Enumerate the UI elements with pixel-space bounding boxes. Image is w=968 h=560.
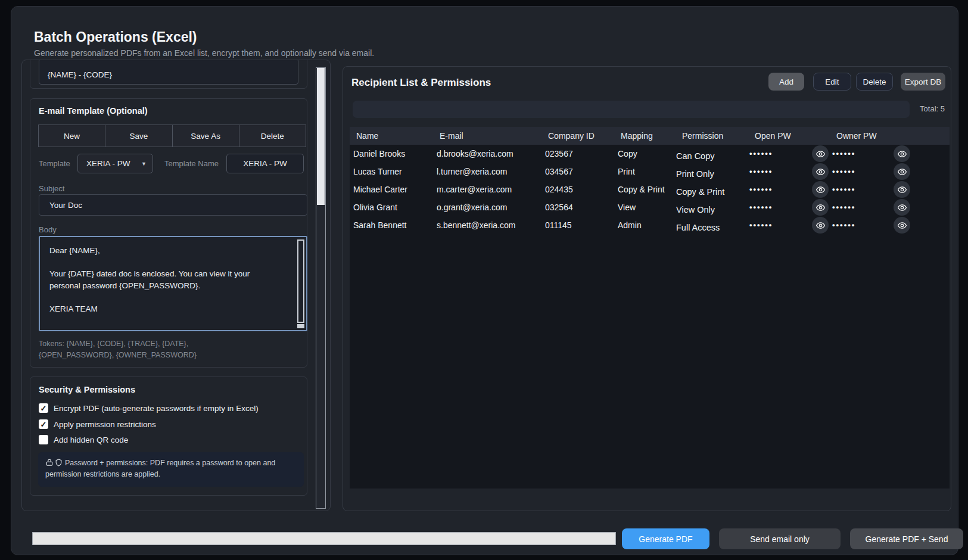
reveal-open-pw-button[interactable] <box>812 217 829 234</box>
template-save-button[interactable]: Save <box>105 125 172 147</box>
cell-name: Sarah Bennett <box>353 216 407 234</box>
table-row[interactable]: Olivia Grant o.grant@xeria.com 032564 Vi… <box>350 198 950 216</box>
filename-template-value: {NAME} - {CODE} <box>48 70 112 79</box>
cell-open-pw-mask: •••••• <box>749 145 773 163</box>
cell-email: o.grant@xeria.com <box>437 198 507 216</box>
edit-recipient-button[interactable]: Edit <box>813 73 851 91</box>
reveal-open-pw-button[interactable] <box>812 163 829 180</box>
eye-icon <box>816 203 826 213</box>
eye-icon <box>897 203 907 213</box>
eye-icon <box>897 185 907 195</box>
batch-operations-window: Batch Operations (Excel) Generate person… <box>11 6 958 555</box>
template-dropdown-value: XERIA - PW <box>86 159 130 168</box>
encrypt-pdf-checkbox-row[interactable]: ✓ Encrypt PDF (auto-generate passwords i… <box>39 402 259 414</box>
reveal-open-pw-button[interactable] <box>812 145 829 162</box>
cell-owner-pw-mask: •••••• <box>832 163 855 181</box>
table-row[interactable]: Michael Carter m.carter@xeria.com 024435… <box>350 181 950 198</box>
template-name-input[interactable] <box>226 154 304 173</box>
export-db-button[interactable]: Export DB <box>901 73 945 91</box>
encrypt-pdf-label: Encrypt PDF (auto-generate passwords if … <box>54 404 259 413</box>
recipient-table: Name E-mail Company ID Mapping Permissio… <box>350 127 950 489</box>
column-header-owner-pw: Owner PW <box>836 127 877 145</box>
progress-bar <box>32 532 616 545</box>
cell-email: s.bennett@xeria.com <box>437 216 516 234</box>
column-header-company-id: Company ID <box>548 127 595 145</box>
reveal-open-pw-button[interactable] <box>812 199 829 216</box>
left-panel-scrollbar[interactable] <box>316 67 326 509</box>
cell-name: Daniel Brooks <box>353 145 405 163</box>
reveal-owner-pw-button[interactable] <box>894 181 910 198</box>
hidden-qr-checkbox[interactable]: ✓ <box>39 435 48 444</box>
body-text: Dear {NAME}, Your {DATE} dated doc is en… <box>40 237 306 330</box>
template-name-label: Template Name <box>164 159 219 168</box>
table-row[interactable]: Lucas Turner l.turner@xeria.com 034567 P… <box>350 163 950 181</box>
column-header-permission: Permission <box>682 127 723 145</box>
hidden-qr-checkbox-row[interactable]: ✓ Add hidden QR code <box>39 434 128 446</box>
reveal-open-pw-button[interactable] <box>812 181 829 198</box>
template-save-as-button[interactable]: Save As <box>172 125 239 147</box>
cell-company-id: 032564 <box>545 198 573 216</box>
apply-permissions-label: Apply permission restrictions <box>54 420 156 429</box>
tokens-note: Tokens: {NAME}, {CODE}, {TRACE}, {DATE},… <box>39 338 257 361</box>
generate-pdf-send-button[interactable]: Generate PDF + Send <box>850 528 963 549</box>
cell-mapping: Print <box>618 163 635 181</box>
security-info-note: Password + permissions: PDF requires a p… <box>38 452 304 487</box>
cell-open-pw-mask: •••••• <box>749 216 773 234</box>
eye-icon <box>897 167 907 177</box>
hidden-qr-label: Add hidden QR code <box>54 435 128 444</box>
eye-icon <box>816 167 826 177</box>
cell-company-id: 034567 <box>545 163 573 181</box>
subject-input[interactable] <box>39 194 307 216</box>
send-email-only-button[interactable]: Send email only <box>719 528 841 549</box>
cell-company-id: 011145 <box>545 216 572 234</box>
column-header-open-pw: Open PW <box>755 127 791 145</box>
filename-template-input[interactable]: {NAME} - {CODE} <box>39 60 298 85</box>
body-textarea[interactable]: Dear {NAME}, Your {DATE} dated doc is en… <box>39 236 307 331</box>
cell-email: l.turner@xeria.com <box>437 163 507 181</box>
security-title: Security & Permissions <box>39 385 135 394</box>
eye-icon <box>816 149 826 159</box>
cell-owner-pw-mask: •••••• <box>832 181 855 198</box>
apply-permissions-checkbox-row[interactable]: ✓ Apply permission restrictions <box>39 418 156 430</box>
reveal-owner-pw-button[interactable] <box>894 199 910 216</box>
filename-section: {NAME} - {CODE} <box>30 60 307 89</box>
delete-recipient-button[interactable]: Delete <box>856 73 893 91</box>
table-row[interactable]: Sarah Bennett s.bennett@xeria.com 011145… <box>350 216 950 234</box>
email-template-section: E-mail Template (Optional) New Save Save… <box>30 98 307 368</box>
column-header-mapping: Mapping <box>621 127 653 145</box>
template-dropdown[interactable]: XERIA - PW ▼ <box>77 154 153 173</box>
total-count-label: Total: 5 <box>920 104 945 113</box>
recipient-panel-title: Recipient List & Permissions <box>351 77 491 89</box>
table-row[interactable]: Daniel Brooks d.brooks@xeria.com 023567 … <box>350 145 950 163</box>
cell-owner-pw-mask: •••••• <box>832 145 855 163</box>
cell-email: d.brooks@xeria.com <box>437 145 513 163</box>
generate-pdf-button[interactable]: Generate PDF <box>622 528 709 549</box>
eye-icon <box>816 220 826 231</box>
cell-name: Lucas Turner <box>353 163 402 181</box>
template-label: Template <box>39 159 70 168</box>
apply-permissions-checkbox[interactable]: ✓ <box>39 419 48 429</box>
add-recipient-button[interactable]: Add <box>768 73 804 91</box>
encrypt-pdf-checkbox[interactable]: ✓ <box>39 403 48 413</box>
reveal-owner-pw-button[interactable] <box>894 163 910 180</box>
security-section: Security & Permissions ✓ Encrypt PDF (au… <box>30 377 307 496</box>
cell-open-pw-mask: •••••• <box>749 198 773 216</box>
left-panel-scrollbar-thumb[interactable] <box>317 68 325 205</box>
reveal-owner-pw-button[interactable] <box>894 145 910 162</box>
reveal-owner-pw-button[interactable] <box>894 217 910 234</box>
eye-icon <box>816 185 826 195</box>
cell-open-pw-mask: •••••• <box>749 163 773 181</box>
template-new-button[interactable]: New <box>38 125 105 147</box>
body-label: Body <box>39 225 57 234</box>
chevron-down-icon: ▼ <box>141 161 147 167</box>
shield-icon <box>55 458 63 467</box>
cell-name: Michael Carter <box>353 181 407 198</box>
body-scrollbar[interactable] <box>297 239 304 323</box>
cell-owner-pw-mask: •••••• <box>832 198 855 216</box>
eye-icon <box>897 220 907 231</box>
recipient-search-input[interactable] <box>353 101 910 118</box>
template-delete-button[interactable]: Delete <box>239 125 306 147</box>
cell-open-pw-mask: •••••• <box>749 181 773 198</box>
email-template-title: E-mail Template (Optional) <box>39 106 148 116</box>
body-scrollbar-end[interactable] <box>297 324 304 328</box>
